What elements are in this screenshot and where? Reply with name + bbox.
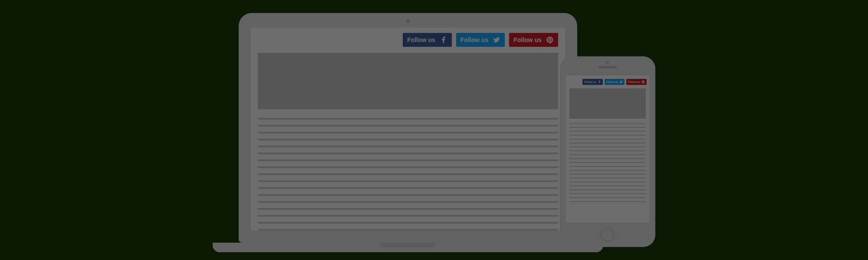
pinterest-icon (641, 80, 645, 84)
content-lines (258, 118, 558, 231)
facebook-icon (598, 80, 601, 84)
content-lines (569, 123, 646, 202)
phone-camera (606, 62, 609, 64)
button-label: Follow us (460, 36, 489, 43)
pinterest-icon (546, 36, 554, 44)
follow-twitter-button[interactable]: Follow us (605, 79, 625, 85)
twitter-icon (619, 80, 623, 84)
follow-pinterest-button[interactable]: Follow us (509, 33, 558, 47)
follow-twitter-button[interactable]: Follow us (456, 33, 505, 47)
facebook-icon (440, 36, 447, 44)
hero-placeholder (569, 88, 646, 119)
follow-pinterest-button[interactable]: Follow us (626, 79, 647, 85)
phone-screen: Follow us Follow us Follow us (566, 75, 649, 223)
laptop-base (213, 243, 603, 252)
phone-home-button[interactable] (600, 227, 615, 242)
button-label: Follow us (584, 81, 596, 83)
social-buttons-row: Follow us Follow us Follow us (566, 75, 649, 87)
button-label: Follow us (407, 36, 435, 43)
twitter-icon (493, 36, 500, 44)
button-label: Follow us (606, 81, 618, 83)
hero-placeholder (258, 53, 558, 109)
laptop-screen: Follow us Follow us Follow us (251, 28, 565, 231)
phone-mockup: Follow us Follow us Follow us (560, 56, 655, 247)
phone-speaker (598, 66, 617, 68)
button-label: Follow us (628, 81, 640, 83)
laptop-mockup: Follow us Follow us Follow us (239, 13, 577, 252)
laptop-camera (406, 19, 410, 23)
follow-facebook-button[interactable]: Follow us (403, 33, 452, 47)
social-buttons-row: Follow us Follow us Follow us (251, 28, 565, 50)
button-label: Follow us (513, 36, 542, 43)
follow-facebook-button[interactable]: Follow us (582, 79, 603, 85)
